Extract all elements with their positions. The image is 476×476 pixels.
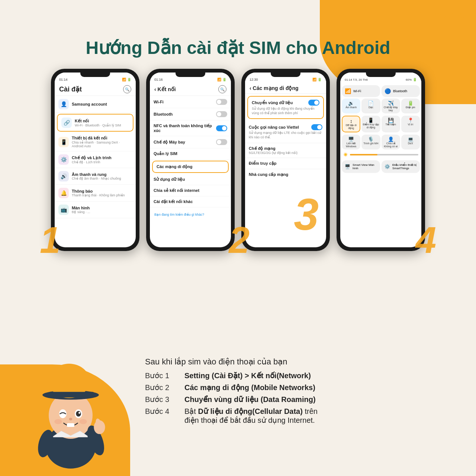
roaming-sub: Sử dụng dữ liệu di động khi đang chuyển … bbox=[252, 107, 319, 115]
phones-container: 01:14 📶 🔋 Cài đặt 🔍 👤 Samsung account bbox=[15, 69, 461, 251]
brightness-slider[interactable] bbox=[350, 154, 418, 155]
qs-recorder-label: Trình ghi MH bbox=[363, 142, 379, 145]
nfc-item: NFC và thanh toán không tiếp xúc bbox=[150, 120, 231, 136]
qs-airplane-label: Chế độ Máy bay bbox=[383, 106, 399, 112]
roaming-highlighted[interactable]: Chuyển vùng dữ liệu Sử dụng dữ liệu di đ… bbox=[247, 96, 324, 119]
bluetooth-toggle[interactable] bbox=[216, 111, 227, 117]
qs-smartthings[interactable]: ⚙️ Điều khiển thiết bị SmartThings bbox=[382, 160, 420, 173]
qs-share-label: Chia sẻ Không có ai bbox=[383, 142, 399, 148]
data-usage-item[interactable]: Sử dụng dữ liệu bbox=[150, 174, 231, 185]
wifi-label: Wi-Fi bbox=[154, 100, 213, 104]
logo-roam: roam bbox=[432, 7, 465, 23]
qs-dex[interactable]: 💻 DeX bbox=[401, 135, 420, 149]
qs-airplane-icon: ✈️ bbox=[383, 100, 399, 106]
mascot-svg bbox=[11, 350, 130, 469]
airplane-label: Chế độ Máy bay bbox=[154, 140, 213, 145]
qs-dex-icon: 💻 bbox=[402, 136, 419, 142]
roaming-toggle[interactable] bbox=[308, 100, 319, 106]
search-icon[interactable]: 🔍 bbox=[123, 85, 131, 93]
menu-item-sound: 🔊 Âm thanh và rung Chế độ âm thanh · Nhạ… bbox=[55, 168, 136, 185]
step-number-4: 4 bbox=[415, 221, 436, 258]
other-settings-label: Cài đặt kết nối khác bbox=[154, 199, 227, 204]
nfc-label: NFC và thanh toán không tiếp xúc bbox=[154, 123, 213, 133]
qs-save[interactable]: 💾 Tiết kiệm bbox=[382, 116, 400, 132]
network-mode-title: Chế độ mạng bbox=[249, 146, 322, 151]
qs-location[interactable]: 📍 Vị trí bbox=[401, 116, 420, 132]
qs-windows[interactable]: 🖥️ Liên kết Windows bbox=[342, 135, 360, 149]
step-3-desc: Chuyển vùng dữ liệu (Data Roaming) bbox=[184, 395, 316, 404]
back-icon-2[interactable]: ‹ Kết nối bbox=[154, 86, 176, 92]
network-mode-item[interactable]: Chế độ mạng 5G/LTE/3G/2G (tự động kết nố… bbox=[245, 143, 326, 158]
phone-2: 01:16 📶 🔋 ‹ Kết nối 🔍 Wi-Fi bbox=[146, 69, 235, 251]
qs-hotspot[interactable]: 📱 Điểm truy cập di động bbox=[361, 116, 380, 132]
roaming-header-row: Chuyển vùng dữ liệu bbox=[252, 100, 319, 106]
mascot-area bbox=[0, 350, 141, 469]
wifi-toggle[interactable] bbox=[216, 99, 227, 105]
qs-bluetooth[interactable]: 🔵 Bluetooth bbox=[382, 85, 420, 97]
bluetooth-item: Bluetooth bbox=[150, 108, 231, 120]
qs-wifi-icon: 📶 bbox=[345, 88, 351, 94]
qs-smartview[interactable]: 🖥️ Smart View Màn hình bbox=[342, 160, 380, 173]
svg-rect-11 bbox=[67, 423, 74, 427]
battery-icon-3: 🔋 bbox=[318, 78, 322, 81]
phone-4-notch bbox=[366, 73, 396, 77]
qs-smartthings-label: Điều khiển thiết bị SmartThings bbox=[392, 163, 417, 170]
access-point-title: Điểm truy cập bbox=[249, 161, 322, 166]
phone-3-wrapper: 12:30 📶 🔋 ‹ Các mạng di động Chuyển vùng… bbox=[241, 69, 330, 251]
bluetooth-label: Bluetooth bbox=[154, 112, 213, 116]
display-icon: 📺 bbox=[58, 205, 69, 215]
menu-item-devices: 📱 Thiết bị đã kết nối Chia sẻ nhanh · Sa… bbox=[55, 133, 136, 151]
roaming-title: Chuyển vùng dữ liệu bbox=[252, 100, 293, 105]
menu-item-samsung: 👤 Samsung account bbox=[55, 96, 136, 113]
phone-1-wrapper: 01:14 📶 🔋 Cài đặt 🔍 👤 Samsung account bbox=[51, 69, 139, 251]
qs-wifi[interactable]: 📶 Wi-Fi bbox=[342, 85, 380, 97]
samsung-account-text: Samsung account bbox=[72, 102, 132, 106]
bottom-section: Sau khi lắp sim vào điện thoại của bạn B… bbox=[0, 350, 476, 469]
qs-sound[interactable]: 🔉 Âm thanh bbox=[342, 99, 360, 113]
phone-2-wrapper: 01:16 📶 🔋 ‹ Kết nối 🔍 Wi-Fi bbox=[146, 69, 235, 251]
qs-share[interactable]: 👤 Chia sẻ Không có ai bbox=[382, 135, 400, 149]
qs-bluetooth-label: Bluetooth bbox=[393, 89, 407, 93]
qs-bluetooth-icon: 🔵 bbox=[385, 88, 391, 94]
brightness-row: ☀️ bbox=[340, 150, 421, 159]
access-point-item[interactable]: Điểm truy cập bbox=[245, 158, 326, 169]
viettel-sub: Sử dụng mạng dữ liệu LTE cho cuộc gọi bấ… bbox=[249, 131, 322, 139]
back-icon-3[interactable]: ‹ Các mạng di động bbox=[250, 85, 299, 91]
qs-grid-main: 🔉 Âm thanh 📄 Dọc ✈️ Chế độ Máy bay 🔋 Điệ… bbox=[340, 98, 421, 114]
hotspot-item[interactable]: Chia sẻ kết nối internet bbox=[150, 185, 231, 196]
sim-mgmt-item[interactable]: Quản lý SIM bbox=[150, 148, 231, 160]
phone-3-time: 12:30 bbox=[250, 78, 258, 81]
search-icon-2[interactable]: 🔍 bbox=[218, 85, 226, 93]
qs-smartview-icon: 🖥️ bbox=[345, 164, 350, 169]
qs-top-row: 📶 Wi-Fi 🔵 Bluetooth bbox=[340, 83, 421, 98]
qs-battery[interactable]: 🔋 Điện pin bbox=[401, 99, 420, 113]
airplane-toggle[interactable] bbox=[216, 139, 227, 145]
brightness-fill bbox=[350, 154, 377, 155]
phone-4-status-icons: 60% 🔋 bbox=[406, 78, 417, 81]
qs-mobile-data-highlighted[interactable]: ↕️ Dữ liệu di động bbox=[342, 116, 360, 132]
qs-recorder[interactable]: 🎙️ Trình ghi MH bbox=[361, 135, 380, 149]
device-icon: 📱 bbox=[58, 137, 69, 147]
page-title: Hướng Dẫn cài đặt SIM cho Android bbox=[0, 37, 476, 58]
network-provider-item[interactable]: Nhà cung cấp mạng bbox=[245, 169, 326, 180]
svg-point-10 bbox=[69, 418, 72, 421]
menu-item-ketnohi-highlighted[interactable]: 🔗 Kết nối Wi-Fi · Bluetooth · Quản lý SI… bbox=[57, 114, 134, 132]
qs-doc[interactable]: 📄 Dọc bbox=[361, 99, 380, 113]
logo-hi: hi bbox=[416, 7, 428, 23]
wifi-icon: 🔗 bbox=[61, 118, 72, 128]
qs-airplane[interactable]: ✈️ Chế độ Máy bay bbox=[382, 99, 400, 113]
qs-bottom-row: 🖥️ Smart View Màn hình ⚙️ Điều khiển thi… bbox=[340, 160, 421, 174]
phone-2-status-icons: 📶 🔋 bbox=[217, 78, 226, 81]
signal-icon-3: 📶 bbox=[312, 78, 316, 81]
step-4-label: Bước 4 bbox=[145, 407, 178, 416]
data-usage-label: Sử dụng dữ liệu bbox=[154, 177, 227, 182]
other-settings-item[interactable]: Cài đặt kết nối khác bbox=[150, 196, 231, 208]
phone-1-time: 01:14 bbox=[59, 78, 68, 81]
viettel-toggle[interactable] bbox=[311, 124, 322, 130]
phone-3: 12:30 📶 🔋 ‹ Các mạng di động Chuyển vùng… bbox=[241, 69, 330, 251]
airplane-item: Chế độ Máy bay bbox=[150, 136, 231, 148]
svg-point-9 bbox=[78, 412, 80, 414]
mobile-network-highlighted[interactable]: Các mạng di động bbox=[152, 161, 229, 173]
qs-hotspot-icon: 📱 bbox=[363, 118, 379, 123]
nfc-toggle[interactable] bbox=[216, 125, 227, 131]
